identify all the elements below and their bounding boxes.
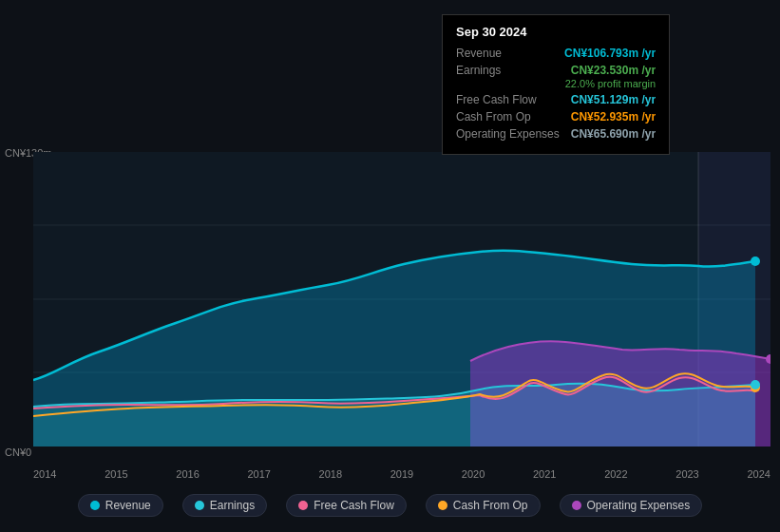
tooltip-row-earnings: Earnings CN¥23.530m /yr [456,64,656,77]
tooltip-value-revenue: CN¥106.793m /yr [564,47,656,60]
x-label-2015: 2015 [105,468,127,480]
tooltip-label-revenue: Revenue [456,47,502,60]
svg-point-6 [751,256,760,266]
x-label-2021: 2021 [533,468,556,480]
tooltip-label-cashfromop: Cash From Op [456,110,531,124]
y-label-bottom: CN¥0 [5,446,31,458]
tooltip-value-opex: CN¥65.690m /yr [571,127,656,141]
legend-label-cashfromop: Cash From Op [453,499,528,512]
chart-container: Sep 30 2024 Revenue CN¥106.793m /yr Earn… [0,0,780,532]
legend-dot-opex [572,501,581,510]
tooltip-row-cashfromop: Cash From Op CN¥52.935m /yr [456,110,656,124]
x-label-2023: 2023 [675,468,698,480]
tooltip-box: Sep 30 2024 Revenue CN¥106.793m /yr Earn… [442,14,670,155]
tooltip-value-fcf: CN¥51.129m /yr [571,93,656,106]
x-label-2017: 2017 [247,468,270,480]
chart-svg [33,152,770,446]
x-label-2014: 2014 [33,468,56,480]
legend-item-opex[interactable]: Operating Expenses [560,494,703,517]
legend-item-cashfromop[interactable]: Cash From Op [426,494,541,517]
x-label-2018: 2018 [319,468,342,480]
x-label-2024: 2024 [747,468,770,480]
legend-item-revenue[interactable]: Revenue [78,494,163,517]
tooltip-profit-margin: 22.0% profit margin [456,78,656,89]
tooltip-row-revenue: Revenue CN¥106.793m /yr [456,47,656,60]
legend-label-earnings: Earnings [210,499,255,512]
legend-label-opex: Operating Expenses [587,499,691,512]
tooltip-row-fcf: Free Cash Flow CN¥51.129m /yr [456,93,656,106]
svg-point-9 [751,380,760,390]
tooltip-date: Sep 30 2024 [456,25,656,39]
legend: Revenue Earnings Free Cash Flow Cash Fro… [0,494,780,517]
legend-dot-fcf [298,501,308,510]
legend-dot-earnings [195,501,204,510]
legend-item-fcf[interactable]: Free Cash Flow [286,494,407,517]
x-label-2022: 2022 [604,468,627,480]
legend-item-earnings[interactable]: Earnings [182,494,267,517]
tooltip-label-fcf: Free Cash Flow [456,93,537,106]
tooltip-value-earnings: CN¥23.530m /yr [571,64,656,77]
legend-label-revenue: Revenue [105,499,151,512]
tooltip-label-earnings: Earnings [456,64,501,77]
legend-label-fcf: Free Cash Flow [314,499,394,512]
tooltip-row-opex: Operating Expenses CN¥65.690m /yr [456,127,656,141]
x-label-2019: 2019 [390,468,413,480]
x-label-2016: 2016 [176,468,199,480]
legend-dot-cashfromop [438,501,447,510]
x-label-2020: 2020 [462,468,485,480]
legend-dot-revenue [90,501,100,510]
x-axis: 2014 2015 2016 2017 2018 2019 2020 2021 … [33,468,770,480]
tooltip-value-cashfromop: CN¥52.935m /yr [571,110,656,124]
tooltip-label-opex: Operating Expenses [456,127,560,141]
